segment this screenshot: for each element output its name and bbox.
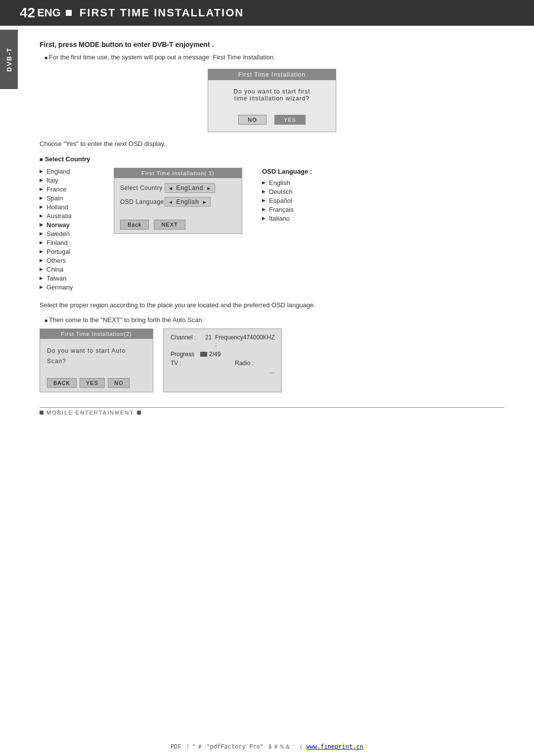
osd-section: OSD Language : English Deutsch Español F…	[262, 168, 312, 224]
osd-list-item-espanol: Español	[262, 197, 312, 204]
freq-freq-label: Frequency :	[215, 334, 243, 348]
dialog1-no-button[interactable]: NO	[238, 115, 267, 125]
osd-list-item-italiano: Italiano	[262, 215, 312, 222]
install-osd-control[interactable]: ◄ English ►	[165, 197, 211, 207]
section1-bullet1: For the first time use, the system will …	[40, 53, 504, 61]
list-item: Finland	[40, 239, 99, 246]
country-dialog-layout: England Italy France Spain Holland Austr…	[40, 168, 504, 292]
list-item: Sweden	[40, 230, 99, 237]
list-item: England	[40, 168, 99, 175]
autoscan-dialog: First Time Installation(2) Do you want t…	[40, 329, 153, 392]
install-next-button[interactable]: NEXT	[154, 220, 185, 230]
autoscan-back-button[interactable]: BACK	[47, 378, 77, 388]
freq-bar-icon	[200, 352, 207, 357]
list-item: Germany	[40, 284, 99, 291]
header-square-icon	[66, 10, 72, 16]
install-row-country-label: Select Country	[120, 185, 165, 191]
freq-freq-value: 474000KHZ	[243, 334, 275, 348]
osd-title: OSD Language :	[262, 168, 312, 175]
freq-tv-row: TV : Radio :	[171, 360, 274, 367]
country-left-arrow-icon[interactable]: ◄	[168, 186, 173, 191]
install-row-osd: OSD Language ◄ English ►	[120, 197, 236, 207]
osd-list-item-deutsch: Deutsch	[262, 188, 312, 195]
list-item: Australia	[40, 212, 99, 220]
install-back-button[interactable]: Back	[120, 220, 149, 230]
osd-right-arrow-icon[interactable]: ►	[202, 199, 207, 205]
dialog1-body-line2: time installation wizard?	[218, 95, 326, 102]
autoscan-layout: First Time Installation(2) Do you want t…	[40, 329, 504, 392]
country-list: England Italy France Spain Holland Austr…	[40, 168, 99, 292]
list-item: France	[40, 186, 99, 193]
page-container: 42 ENG FIRST TIME INSTALLATION DVB-T Fir…	[0, 0, 534, 756]
dialog1-body: Do you want to start first time installa…	[208, 80, 336, 110]
list-item: Italy	[40, 177, 99, 184]
freq-channel-row: Channel : 21 Frequency : 474000KHZ	[171, 334, 274, 348]
install-dialog1-title: First Time Installation( 1)	[114, 168, 242, 178]
header-bar: 42 ENG FIRST TIME INSTALLATION	[0, 0, 534, 26]
dvbt-sidebar: DVB-T	[0, 30, 18, 89]
select-country-header: Select Country	[40, 155, 504, 163]
list-item: Spain	[40, 194, 99, 202]
autoscan-yes-button[interactable]: YES	[80, 378, 105, 388]
page-title: FIRST TIME INSTALLATION	[80, 6, 244, 19]
osd-left-arrow-icon[interactable]: ◄	[168, 199, 173, 205]
freq-dialog-body: Channel : 21 Frequency : 474000KHZ Progr…	[164, 329, 281, 380]
install-dialog1-buttons: Back NEXT	[114, 216, 242, 234]
install-row-osd-label: OSD Language	[120, 198, 165, 205]
install-dialog1: First Time Installation( 1) Select Count…	[114, 168, 242, 234]
freq-channel-label: Channel :	[171, 334, 205, 348]
freq-channel-value: 21	[205, 334, 212, 348]
autoscan-line1: Do you want to start Auto	[47, 346, 146, 357]
freq-radio-label: Radio :	[235, 360, 254, 367]
list-item: Holland	[40, 203, 99, 211]
osd-list-item-francais: Français	[262, 206, 312, 213]
dialog1-yes-button[interactable]: YES	[274, 115, 306, 125]
freq-progress-row: Progress 2/49	[171, 351, 274, 358]
osd-list-item-english: English	[262, 179, 312, 187]
list-item-norway: Norway	[40, 221, 99, 229]
list-item: Portugal	[40, 248, 99, 255]
page-lang: ENG	[37, 6, 61, 19]
pdf-footer: PDF ！＂＃ "pdfFactory Pro" ＄＃％＆＇（ www.fine…	[0, 743, 534, 751]
install-osd-value: English	[176, 198, 199, 205]
freq-dialog: Channel : 21 Frequency : 474000KHZ Progr…	[163, 329, 282, 392]
choose-text: Choose "Yes" to enter the next OSD displ…	[40, 140, 504, 147]
install-country-control[interactable]: ◄ EngLand ►	[165, 183, 215, 193]
dvbt-label: DVB-T	[5, 47, 13, 72]
freq-progress-value: 2/49	[209, 351, 221, 358]
list-item-others: Others	[40, 257, 99, 264]
section1-title: First, press MODE button to enter DVB-T …	[40, 41, 504, 48]
install-dialog1-body: Select Country ◄ EngLand ► OSD Language …	[114, 178, 242, 216]
osd-list: English Deutsch Español Français Italian…	[262, 179, 312, 222]
install-country-value: EngLand	[176, 185, 203, 191]
pdf-footer-link[interactable]: www.fineprint.cn	[306, 743, 363, 750]
footer-text: MOBILE ENTERTAINMENT	[46, 410, 134, 416]
dialog1-title: First Time Installation	[208, 69, 336, 80]
then-text: Then come to the "NEXT" to bring forth t…	[40, 316, 504, 324]
list-item: China	[40, 266, 99, 273]
autoscan-line2: Scan?	[47, 356, 146, 367]
freq-progress-label: Progress	[171, 351, 200, 358]
autoscan-buttons: BACK YES NO	[40, 374, 153, 392]
description-text: Select the proper region according to th…	[40, 300, 504, 310]
footer-square-left-icon	[40, 411, 44, 415]
freq-tv-label: TV :	[171, 360, 205, 367]
autoscan-body: Do you want to start Auto Scan?	[40, 339, 153, 374]
dialog1-container: First Time Installation Do you want to s…	[40, 69, 504, 132]
footer-square-right-icon	[137, 411, 141, 415]
main-content: First, press MODE button to enter DVB-T …	[30, 26, 534, 430]
autoscan-title: First Time Installation(2)	[40, 329, 153, 339]
footer-bar: MOBILE ENTERTAINMENT	[40, 407, 504, 416]
dialog1-box: First Time Installation Do you want to s…	[208, 69, 336, 132]
freq-logo: ~~	[171, 371, 274, 376]
page-number: 42	[20, 5, 35, 21]
dialog1-body-line1: Do you want to start first	[218, 88, 326, 95]
list-item: Taiwan	[40, 275, 99, 282]
dialog1-buttons: NO YES	[208, 110, 336, 132]
pdf-footer-text: PDF ！＂＃ "pdfFactory Pro" ＄＃％＆＇（	[171, 743, 306, 750]
autoscan-no-button[interactable]: NO	[108, 378, 130, 388]
country-right-arrow-icon[interactable]: ►	[206, 186, 211, 191]
install-row-country: Select Country ◄ EngLand ►	[120, 183, 236, 193]
